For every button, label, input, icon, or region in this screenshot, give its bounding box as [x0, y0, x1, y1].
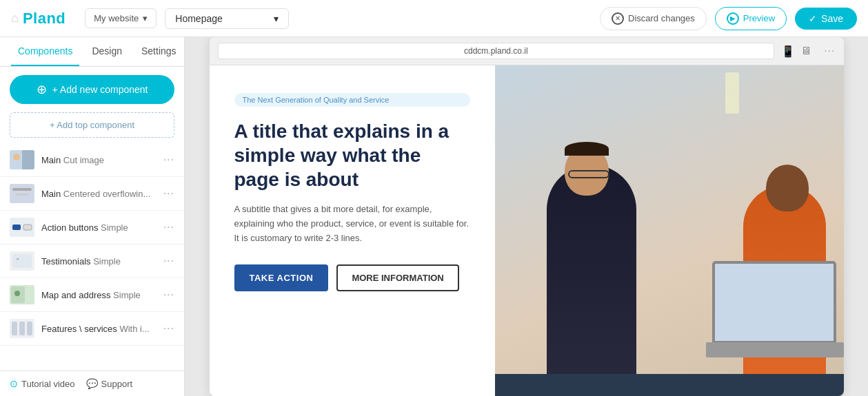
play-icon: ⊙: [10, 378, 18, 389]
svg-rect-16: [12, 322, 17, 335]
sidebar-item-map-address-text: Map and address Simple: [41, 290, 157, 300]
svg-point-14: [14, 291, 20, 296]
svg-rect-1: [22, 150, 34, 169]
more-options-icon[interactable]: ···: [163, 187, 174, 200]
person-dark-hair: [565, 142, 609, 156]
svg-text:": ": [17, 258, 19, 265]
main-layout: Components Design Settings ⊕ + Add new c…: [0, 37, 868, 396]
chevron-down-icon: ▾: [274, 13, 279, 24]
hero-left: The Next Generation of Quality and Servi…: [210, 65, 495, 396]
checkmark-icon: ✓: [809, 13, 817, 24]
svg-rect-18: [27, 322, 32, 335]
more-information-button[interactable]: MORE INFORMATION: [336, 264, 458, 291]
tab-settings[interactable]: Settings: [134, 37, 183, 66]
laptop-screen: [712, 261, 836, 344]
light-element: [725, 72, 739, 114]
preview-area: cddcm.pland.co.il 📱 🖥 ··· The Next Gener…: [185, 37, 868, 396]
mobile-icon[interactable]: 📱: [781, 45, 795, 58]
discard-button[interactable]: ✕ Discard changes: [600, 7, 707, 30]
sidebar: Components Design Settings ⊕ + Add new c…: [0, 37, 185, 396]
person-dark-body: [547, 165, 636, 396]
topbar: ⌂ Pland My website ▾ Homepage ▾ ✕ Discar…: [0, 0, 868, 37]
more-options-icon[interactable]: ···: [163, 289, 174, 301]
add-new-component-button[interactable]: ⊕ + Add new component: [10, 75, 174, 104]
laptop-base: [706, 342, 844, 357]
home-icon: ⌂: [11, 11, 19, 25]
sidebar-items: Main Cut image ··· Main Centered overflo…: [0, 143, 184, 371]
browser-menu-icon[interactable]: ···: [824, 45, 835, 57]
browser-frame: cddcm.pland.co.il 📱 🖥 ··· The Next Gener…: [210, 37, 844, 396]
hero-title: A title that explains in a simple way wh…: [234, 119, 470, 191]
add-top-component-button[interactable]: + Add top component: [10, 112, 174, 138]
chevron-down-icon: ▾: [143, 13, 148, 23]
plus-icon: ⊕: [37, 82, 47, 97]
website-label: My website: [94, 13, 139, 23]
svg-rect-7: [12, 225, 21, 230]
tab-design[interactable]: Design: [85, 37, 129, 66]
sidebar-item-main-cut-image[interactable]: Main Cut image ···: [0, 143, 184, 177]
thumb-testimonials: ": [10, 251, 34, 271]
sidebar-item-testimonials[interactable]: " Testimonials Simple ···: [0, 244, 184, 278]
hero-subtitle: A subtitle that gives a bit more detail,…: [234, 202, 470, 245]
more-options-icon[interactable]: ···: [163, 221, 174, 233]
more-options-icon[interactable]: ···: [163, 322, 174, 335]
take-action-button[interactable]: TAKE ACTION: [234, 264, 329, 291]
hero-image-area: [495, 65, 844, 396]
browser-url: cddcm.pland.co.il: [218, 43, 775, 59]
thumb-map-address: [10, 285, 34, 304]
person-dark-glasses: [568, 170, 609, 178]
support-button[interactable]: 💬 Support: [86, 378, 133, 389]
svg-rect-17: [19, 322, 25, 335]
sidebar-item-map-address[interactable]: Map and address Simple ···: [0, 278, 184, 312]
sidebar-item-features-services-text: Features \ services With i...: [41, 324, 157, 334]
sidebar-item-main-centered[interactable]: Main Centered overflowin... ···: [0, 177, 184, 211]
svg-point-2: [13, 154, 20, 160]
page-label: Homepage: [175, 13, 223, 24]
svg-rect-4: [12, 188, 32, 191]
sidebar-item-features-services[interactable]: Features \ services With i... ···: [0, 312, 184, 346]
page-selector[interactable]: Homepage ▾: [165, 8, 289, 29]
thumb-main-cut-image: [10, 150, 34, 169]
browser-bar: cddcm.pland.co.il 📱 🖥 ···: [210, 37, 844, 65]
tab-components[interactable]: Components: [11, 37, 79, 66]
preview-button[interactable]: ▶ Preview: [715, 7, 787, 30]
person-orange-head: [766, 165, 809, 211]
browser-icons: 📱 🖥: [781, 45, 811, 58]
svg-rect-10: [12, 254, 32, 268]
support-icon: 💬: [86, 378, 98, 389]
hero-section: The Next Generation of Quality and Servi…: [210, 65, 844, 396]
discard-icon: ✕: [612, 12, 624, 25]
logo-text: Pland: [23, 10, 65, 28]
more-options-icon[interactable]: ···: [163, 255, 174, 267]
sidebar-footer: ⊙ Tutorial video 💬 Support: [0, 371, 184, 396]
thumb-main-centered: [10, 184, 34, 203]
tutorial-video-button[interactable]: ⊙ Tutorial video: [10, 378, 75, 389]
sidebar-item-action-buttons-text: Action buttons Simple: [41, 222, 157, 233]
sidebar-tabs: Components Design Settings: [0, 37, 184, 67]
people-scene: [495, 65, 844, 396]
thumb-action-buttons: [10, 218, 34, 237]
hero-badge: The Next Generation of Quality and Servi…: [234, 93, 470, 107]
hero-buttons: TAKE ACTION MORE INFORMATION: [234, 264, 470, 291]
more-options-icon[interactable]: ···: [163, 154, 174, 166]
sidebar-item-action-buttons[interactable]: Action buttons Simple ···: [0, 211, 184, 244]
svg-rect-5: [15, 194, 29, 196]
sidebar-item-main-centered-text: Main Centered overflowin...: [41, 189, 157, 199]
desktop-icon[interactable]: 🖥: [800, 45, 811, 57]
website-selector[interactable]: My website ▾: [85, 8, 157, 28]
dark-footer-strip: [495, 374, 844, 396]
save-button[interactable]: ✓ Save: [795, 8, 857, 30]
thumb-features-services: [10, 319, 34, 338]
sidebar-item-testimonials-text: Testimonials Simple: [41, 256, 157, 267]
browser-content: The Next Generation of Quality and Servi…: [210, 65, 844, 396]
svg-rect-8: [23, 225, 32, 230]
sidebar-item-main-cut-image-text: Main Cut image: [41, 155, 157, 165]
preview-icon: ▶: [727, 12, 739, 25]
logo: ⌂ Pland: [11, 10, 65, 28]
